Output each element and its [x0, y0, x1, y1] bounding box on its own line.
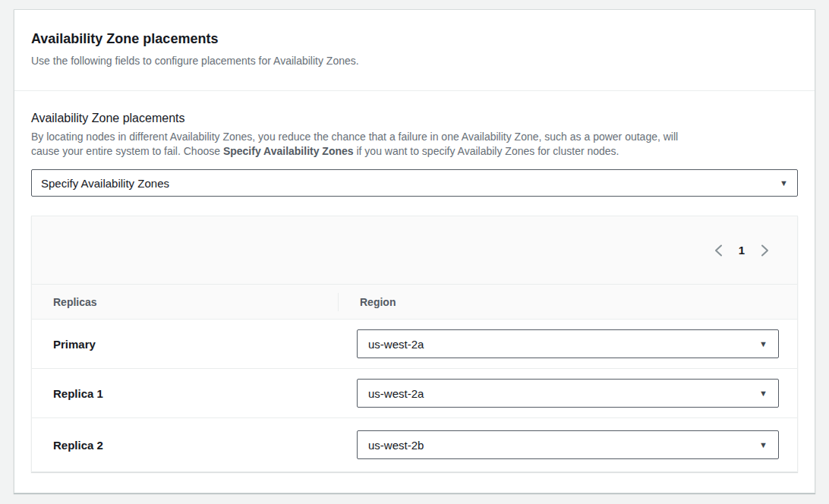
replica-label: Replica 1: [32, 387, 339, 400]
region-select-value: us-west-2b: [368, 439, 424, 452]
table-row-primary: Primary us-west-2a ▼: [32, 320, 797, 369]
region-cell: us-west-2b ▼: [339, 430, 797, 459]
card-header: Availability Zone placements Use the fol…: [14, 10, 815, 91]
specify-az-emphasis: Specify Availability Zones: [223, 145, 354, 157]
chevron-left-icon: [714, 244, 723, 257]
card-content: Availability Zone placements By locating…: [14, 91, 815, 491]
pagination: 1: [712, 244, 771, 257]
az-placements-description: By locating nodes in different Availabil…: [31, 130, 798, 159]
previous-page-button[interactable]: [712, 244, 726, 257]
chevron-right-icon: [761, 244, 769, 257]
replica-label: Replica 2: [32, 439, 339, 452]
availability-zone-placements-card: Availability Zone placements Use the fol…: [14, 9, 815, 493]
az-placements-field-label: Availability Zone placements: [31, 111, 798, 125]
region-select-primary[interactable]: us-west-2a ▼: [357, 329, 779, 358]
chevron-down-icon: ▼: [780, 178, 788, 187]
table-toolbar: 1: [32, 216, 797, 285]
table-header-row: Replicas Region: [32, 285, 797, 320]
replica-label: Primary: [32, 338, 339, 351]
page-title: Availability Zone placements: [31, 30, 798, 47]
chevron-down-icon: ▼: [759, 389, 768, 398]
page-subtitle: Use the following fields to configure pl…: [31, 54, 798, 68]
region-select-value: us-west-2a: [368, 338, 424, 351]
table-row-replica-1: Replica 1 us-west-2a ▼: [32, 369, 797, 418]
region-select-replica-1[interactable]: us-west-2a ▼: [357, 379, 779, 408]
az-placement-mode-value: Specify Availability Zones: [41, 177, 169, 190]
region-cell: us-west-2a ▼: [339, 379, 797, 408]
region-select-value: us-west-2a: [368, 387, 424, 400]
chevron-down-icon: ▼: [759, 440, 768, 449]
chevron-down-icon: ▼: [759, 339, 768, 348]
az-placement-mode-select[interactable]: Specify Availability Zones ▼: [31, 169, 798, 197]
description-line-1: By locating nodes in different Availabil…: [31, 130, 798, 144]
column-header-region: Region: [339, 296, 797, 308]
replicas-table: 1 Replicas Region Primary us-west-2a ▼: [31, 216, 798, 472]
page-number-1[interactable]: 1: [737, 244, 746, 257]
region-cell: us-west-2a ▼: [339, 329, 797, 358]
region-select-replica-2[interactable]: us-west-2b ▼: [357, 430, 779, 459]
table-row-replica-2: Replica 2 us-west-2b ▼: [32, 418, 797, 471]
column-header-replicas: Replicas: [32, 296, 338, 308]
next-page-button[interactable]: [758, 244, 771, 257]
description-line-2: cause your entire system to fail. Choose…: [31, 144, 798, 159]
